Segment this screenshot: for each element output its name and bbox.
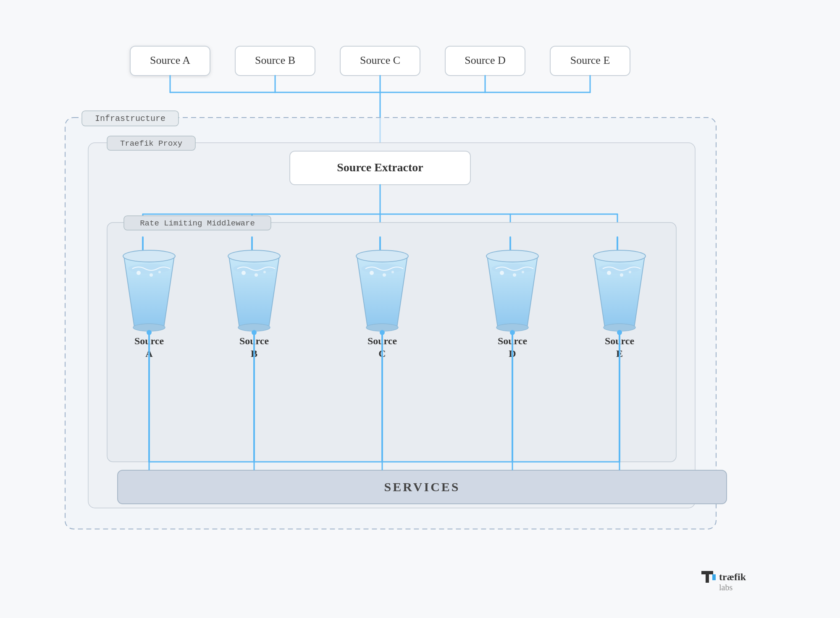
rate-limit-label: Rate Limiting Middleware xyxy=(140,219,255,228)
svg-point-42 xyxy=(252,330,257,335)
svg-rect-76 xyxy=(712,574,716,580)
svg-point-29 xyxy=(123,250,175,262)
svg-text:træfik: træfik xyxy=(719,571,746,582)
svg-point-82 xyxy=(242,271,246,275)
svg-point-52 xyxy=(491,264,533,274)
svg-point-37 xyxy=(228,250,280,262)
svg-point-34 xyxy=(147,330,152,335)
source-d-label: Source D xyxy=(465,54,505,66)
source-e-label: Source E xyxy=(570,54,610,66)
source-extractor-label: Source Extractor xyxy=(337,161,423,174)
svg-point-90 xyxy=(522,271,524,273)
svg-point-79 xyxy=(136,271,141,275)
svg-point-66 xyxy=(617,330,622,335)
svg-point-86 xyxy=(383,273,386,277)
traefik-proxy-label: Traefik Proxy xyxy=(120,139,182,148)
svg-point-80 xyxy=(150,273,153,277)
svg-point-93 xyxy=(629,271,631,273)
source-b-label: Source B xyxy=(255,54,295,66)
services-label: SERVICES xyxy=(384,480,460,494)
source-c-label: Source C xyxy=(360,54,400,66)
svg-point-58 xyxy=(510,330,515,335)
svg-point-92 xyxy=(620,273,623,277)
source-a-label: Source A xyxy=(150,54,190,66)
svg-point-50 xyxy=(380,330,385,335)
infrastructure-label: Infrastructure xyxy=(95,114,165,123)
svg-point-28 xyxy=(128,264,170,274)
svg-text:labs: labs xyxy=(719,583,732,592)
svg-point-44 xyxy=(361,264,403,274)
svg-point-84 xyxy=(263,271,266,273)
svg-point-60 xyxy=(598,264,640,274)
svg-point-83 xyxy=(255,273,258,277)
svg-point-53 xyxy=(486,250,538,262)
svg-point-91 xyxy=(607,271,611,275)
svg-point-88 xyxy=(500,271,504,275)
svg-point-36 xyxy=(233,264,275,274)
svg-point-45 xyxy=(356,250,408,262)
diagram-svg: Source A Source B Source C Source D Sour… xyxy=(0,0,840,618)
svg-point-89 xyxy=(513,273,516,277)
svg-point-85 xyxy=(370,271,374,275)
svg-rect-75 xyxy=(701,571,713,574)
svg-point-61 xyxy=(593,250,646,262)
svg-point-87 xyxy=(391,271,394,273)
svg-point-81 xyxy=(158,271,161,273)
